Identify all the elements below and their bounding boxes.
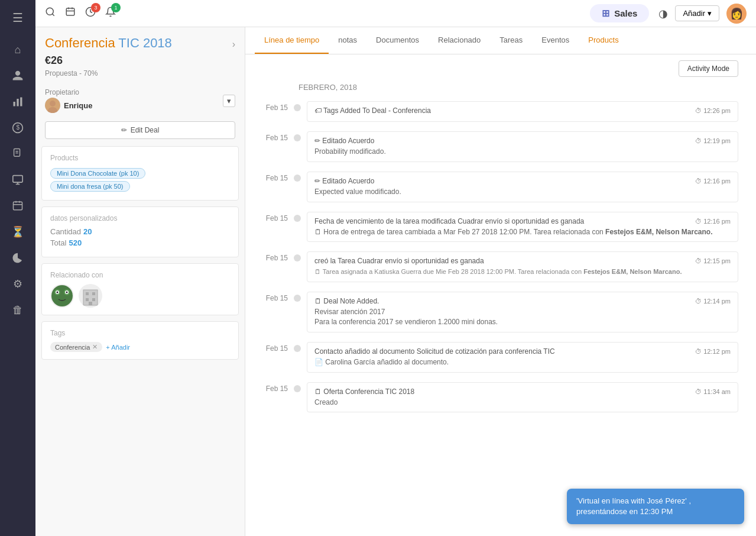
calendar-top-icon[interactable] bbox=[65, 7, 76, 20]
cantidad-label: Cantidad bbox=[50, 227, 81, 236]
entry-date: Feb 15 bbox=[263, 131, 294, 142]
documents-icon[interactable] bbox=[6, 142, 30, 166]
timeline-entry: Feb 15 Contacto añadido al documento Sol… bbox=[263, 342, 738, 373]
propietario-row: Propietario Enrique ▾ bbox=[35, 88, 245, 119]
entry-dot bbox=[294, 104, 301, 111]
entry-date: Feb 15 bbox=[263, 292, 294, 302]
timeline-entry: Feb 15 ✏ Editado Acuerdo ⏱ 12:16 pm Expe… bbox=[263, 172, 738, 202]
tab-products[interactable]: Products bbox=[579, 27, 628, 54]
tags-card: Tags Conferencia ✕ + Añadir bbox=[41, 321, 239, 360]
entry-date: Feb 15 bbox=[263, 101, 294, 112]
activity-icon[interactable]: 3 bbox=[85, 7, 96, 20]
entry-time: ⏱ 11:34 am bbox=[695, 388, 731, 395]
owner-name: Enrique bbox=[64, 101, 92, 110]
propietario-label: Propietario bbox=[45, 88, 92, 96]
entry-card: 🗒 Oferta Conferencia TIC 2018 ⏱ 11:34 am… bbox=[307, 382, 738, 413]
products-card: Products Mini Dona Chocolate (pk 10) Min… bbox=[41, 146, 239, 201]
tag-label: Conferencia bbox=[55, 344, 90, 351]
entry-date: Feb 15 bbox=[263, 342, 294, 353]
home-icon[interactable]: ⌂ bbox=[6, 38, 30, 62]
relacionado-building-avatar[interactable] bbox=[79, 284, 102, 308]
cantidad-value: 20 bbox=[83, 227, 92, 236]
trash-icon[interactable]: 🗑 bbox=[6, 298, 30, 322]
entry-title: Contacto añadido al documento Solicitud … bbox=[314, 347, 555, 356]
entry-time: ⏱ 12:12 pm bbox=[695, 348, 731, 355]
screen-icon[interactable] bbox=[6, 168, 30, 192]
updates-icon[interactable]: 1 bbox=[105, 7, 116, 20]
propietario-dropdown[interactable]: ▾ bbox=[223, 95, 235, 107]
chart-pie-icon[interactable] bbox=[6, 246, 30, 270]
app-name-center: ⊞ Sales bbox=[590, 4, 649, 22]
product-tag-2[interactable]: Mini dona fresa (pk 50) bbox=[50, 181, 130, 192]
panel-collapse-icon[interactable]: › bbox=[232, 39, 235, 50]
svg-rect-34 bbox=[92, 292, 95, 295]
svg-rect-0 bbox=[14, 102, 15, 106]
search-icon[interactable] bbox=[45, 7, 56, 20]
tag-remove-icon[interactable]: ✕ bbox=[92, 343, 98, 351]
relacionado-frog-avatar[interactable] bbox=[50, 284, 74, 308]
settings-icon[interactable]: ⚙ bbox=[6, 272, 30, 296]
entry-dot bbox=[294, 254, 301, 261]
tab-documentos[interactable]: Documentos bbox=[366, 27, 429, 54]
entry-title: ✏ Editado Acuerdo bbox=[314, 137, 374, 145]
entry-title: 🏷 Tags Added To Deal - Conferencia bbox=[314, 106, 431, 115]
entry-body: 🗒 Tarea asignada a Katiuska Guerra due M… bbox=[314, 267, 731, 277]
activity-mode-button[interactable]: Activity Mode bbox=[679, 60, 738, 77]
left-panel: Conferencia TIC 2018 › €26 Propuesta - 7… bbox=[35, 27, 245, 536]
tab-linea-de-tiempo[interactable]: Línea de tiempo bbox=[255, 27, 329, 54]
entry-card: ✏ Editado Acuerdo ⏱ 12:19 pm Probability… bbox=[307, 131, 738, 162]
menu-icon[interactable]: ☰ bbox=[6, 6, 30, 30]
entry-title: ✏ Editado Acuerdo bbox=[314, 177, 374, 185]
calendar-icon[interactable] bbox=[6, 194, 30, 218]
edit-deal-label: Edit Deal bbox=[131, 126, 160, 134]
total-label: Total bbox=[50, 238, 66, 247]
entry-date: Feb 15 bbox=[263, 172, 294, 182]
products-title: Products bbox=[50, 154, 230, 162]
chat-bubble[interactable]: 'Virtual en línea with José Pérez' , pre… bbox=[567, 489, 744, 524]
half-circle-icon[interactable]: ◑ bbox=[658, 7, 668, 20]
entry-time: ⏱ 12:26 pm bbox=[695, 107, 731, 114]
activity-badge: 3 bbox=[91, 3, 100, 12]
tabs-bar: Línea de tiempo notas Documentos Relacio… bbox=[245, 27, 756, 54]
custom-data-card: datos personalizados Cantidad 20 Total 5… bbox=[41, 206, 239, 257]
timeline-entry: Feb 15 🗒 Deal Note Added. ⏱ 12:14 pm Rev… bbox=[263, 292, 738, 332]
product-tag-1[interactable]: Mini Dona Chocolate (pk 10) bbox=[50, 168, 145, 179]
svg-rect-33 bbox=[86, 292, 89, 295]
deal-price: €26 bbox=[45, 54, 235, 67]
edit-icon: ✏ bbox=[121, 126, 127, 134]
svg-rect-37 bbox=[89, 302, 92, 305]
entry-card: 🏷 Tags Added To Deal - Conferencia ⏱ 12:… bbox=[307, 101, 738, 122]
svg-rect-8 bbox=[13, 176, 22, 182]
timeline-area: Activity Mode FEBRERO, 2018 Feb 15 🏷 Tag… bbox=[245, 54, 756, 536]
deal-title-part1: Conferencia bbox=[45, 35, 118, 50]
tab-relacionado[interactable]: Relacionado bbox=[429, 27, 490, 54]
entry-time: ⏱ 12:16 pm bbox=[695, 177, 731, 185]
grid-icon: ⊞ bbox=[602, 8, 609, 19]
entry-card: Contacto añadido al documento Solicitud … bbox=[307, 342, 738, 373]
entry-date: Feb 15 bbox=[263, 382, 294, 393]
entry-card: ✏ Editado Acuerdo ⏱ 12:16 pm Expected va… bbox=[307, 172, 738, 202]
tag-conferencia: Conferencia ✕ bbox=[50, 342, 102, 352]
hourglass-icon[interactable]: ⏳ bbox=[6, 220, 30, 244]
add-tag-button[interactable]: + Añadir bbox=[106, 344, 130, 351]
contacts-icon[interactable] bbox=[6, 64, 30, 88]
anadir-button[interactable]: Añadir ▾ bbox=[675, 5, 719, 21]
money-icon[interactable]: $ bbox=[6, 116, 30, 140]
edit-deal-button[interactable]: ✏ Edit Deal bbox=[45, 121, 235, 139]
entry-body: 📄 Carolina García añadido al documento. bbox=[314, 357, 731, 367]
entry-dot bbox=[294, 215, 301, 222]
tags-title: Tags bbox=[50, 329, 230, 337]
topbar: 3 1 ⊞ Sales ◑ Añadir ▾ 👩 bbox=[35, 0, 756, 27]
svg-rect-1 bbox=[17, 99, 18, 106]
tab-eventos[interactable]: Eventos bbox=[532, 27, 579, 54]
activity-mode-container: Activity Mode bbox=[263, 60, 738, 77]
user-avatar[interactable]: 👩 bbox=[726, 4, 747, 24]
entry-body: Expected value modificado. bbox=[314, 187, 731, 197]
reports-icon[interactable] bbox=[6, 90, 30, 114]
tab-notas[interactable]: notas bbox=[329, 27, 366, 54]
tab-tareas[interactable]: Tareas bbox=[490, 27, 532, 54]
right-panel: Línea de tiempo notas Documentos Relacio… bbox=[245, 27, 756, 536]
entry-card: 🗒 Deal Note Added. ⏱ 12:14 pm Revisar at… bbox=[307, 292, 738, 332]
content-area: Conferencia TIC 2018 › €26 Propuesta - 7… bbox=[35, 27, 756, 536]
entry-title: creó la Tarea Cuadrar envío si oportunid… bbox=[314, 257, 484, 265]
